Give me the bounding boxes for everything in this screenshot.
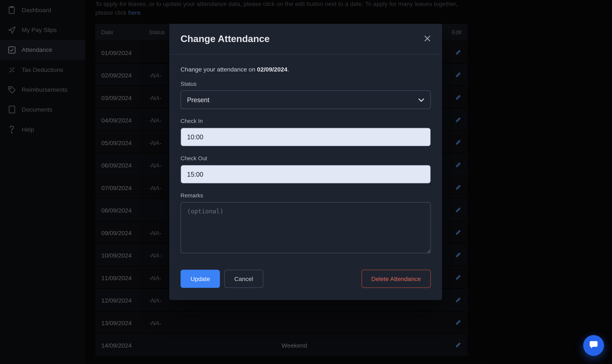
delete-attendance-button[interactable]: Delete Attendance [361,270,431,288]
cancel-button[interactable]: Cancel [224,270,263,288]
modal-desc-date: 02/09/2024 [257,66,287,73]
close-button[interactable] [424,34,431,44]
change-attendance-modal: Change Attendance Change your attendance… [169,24,442,300]
status-label: Status [181,80,431,87]
modal-title: Change Attendance [181,33,270,45]
chat-launcher[interactable] [583,335,604,356]
checkin-label: Check In [181,118,431,124]
update-button[interactable]: Update [181,270,220,288]
checkin-input[interactable] [181,128,431,146]
remarks-textarea[interactable] [181,202,431,253]
remarks-label: Remarks [181,192,431,199]
status-select[interactable]: Present [181,91,430,109]
checkout-label: Check Out [181,155,431,161]
close-icon [424,34,431,43]
chat-icon [589,340,598,351]
modal-description: Change your attendance on 02/09/2024. [181,66,431,73]
modal-desc-suffix: . [287,66,289,73]
checkout-input[interactable] [181,165,431,183]
modal-header: Change Attendance [169,24,442,55]
status-select-wrap[interactable]: Present [181,91,431,109]
modal-desc-prefix: Change your attendance on [181,66,257,73]
